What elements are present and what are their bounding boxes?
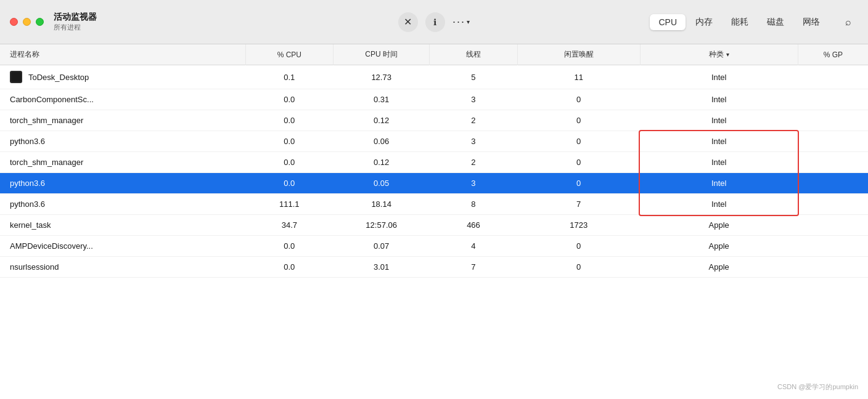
tab-memory[interactable]: 内存: [687, 14, 721, 31]
cell-process-name: python3.6: [0, 173, 245, 194]
titlebar: 活动监视器 所有进程 ✕ ℹ ··· ▾ CPU 内存 能耗 磁盘 网络 ⌕: [0, 0, 868, 44]
cell-gpu_pct: [798, 173, 868, 194]
cell-cpu_time: 12.73: [333, 65, 429, 89]
search-button[interactable]: ⌕: [838, 12, 858, 32]
cell-process-name: python3.6: [0, 194, 245, 215]
cell-idle_wake: 0: [517, 152, 640, 173]
search-icon: ⌕: [845, 17, 851, 28]
cell-cpu_time: 18.14: [333, 194, 429, 215]
cell-process-name: kernel_task: [0, 215, 245, 236]
cell-threads: 5: [430, 65, 517, 89]
col-header-idle[interactable]: 闲置唤醒: [517, 44, 640, 65]
process-name-text: python3.6: [10, 179, 45, 188]
cell-idle_wake: 0: [517, 89, 640, 110]
cell-threads: 2: [430, 110, 517, 131]
process-name-text: nsurlsessiond: [10, 262, 59, 272]
cell-kind: Intel: [640, 110, 798, 131]
table-row[interactable]: torch_shm_manager0.00.1220Intel: [0, 110, 868, 131]
app-subtitle: 所有进程: [54, 23, 97, 32]
cell-process-name: torch_shm_manager: [0, 152, 245, 173]
cell-gpu_pct: [798, 236, 868, 257]
cell-cpu_pct: 0.0: [245, 152, 333, 173]
cell-process-name: ToDesk_Desktop: [0, 65, 245, 89]
table-row[interactable]: CarbonComponentSc...0.00.3130Intel: [0, 89, 868, 110]
cell-gpu_pct: [798, 65, 868, 89]
table-header-row: 进程名称 % CPU CPU 时间 线程 闲置唤醒: [0, 44, 868, 65]
cell-idle_wake: 0: [517, 257, 640, 278]
cell-kind: Intel: [640, 194, 798, 215]
stop-process-button[interactable]: ✕: [398, 12, 418, 32]
info-button[interactable]: ℹ: [425, 12, 445, 32]
cell-threads: 3: [430, 131, 517, 152]
table-row[interactable]: python3.60.00.0630Intel: [0, 131, 868, 152]
col-header-gpu[interactable]: % GP: [798, 44, 868, 65]
cell-kind: Intel: [640, 173, 798, 194]
cell-cpu_pct: 0.1: [245, 65, 333, 89]
cell-gpu_pct: [798, 152, 868, 173]
table-row[interactable]: python3.60.00.0530Intel: [0, 173, 868, 194]
cell-idle_wake: 11: [517, 65, 640, 89]
table-row[interactable]: ToDesk_Desktop0.112.73511Intel: [0, 65, 868, 89]
titlebar-center-controls: ✕ ℹ ··· ▾: [398, 12, 470, 32]
maximize-button[interactable]: [36, 18, 44, 26]
app-title-block: 活动监视器 所有进程: [54, 12, 97, 32]
process-table: 进程名称 % CPU CPU 时间 线程 闲置唤醒: [0, 44, 868, 278]
cell-cpu_time: 3.01: [333, 257, 429, 278]
process-name-text: AMPDeviceDiscovery...: [10, 241, 93, 251]
cell-cpu_pct: 34.7: [245, 215, 333, 236]
cell-cpu_pct: 0.0: [245, 257, 333, 278]
cell-cpu_pct: 0.0: [245, 173, 333, 194]
cell-kind: Intel: [640, 152, 798, 173]
more-dropdown-button[interactable]: ··· ▾: [452, 15, 470, 28]
cell-threads: 2: [430, 152, 517, 173]
table-row[interactable]: python3.6111.118.1487Intel: [0, 194, 868, 215]
cell-threads: 3: [430, 173, 517, 194]
process-name-text: CarbonComponentSc...: [10, 95, 94, 104]
minimize-button[interactable]: [23, 18, 31, 26]
table-row[interactable]: kernel_task34.712:57.064661723Apple: [0, 215, 868, 236]
cell-cpu_pct: 0.0: [245, 89, 333, 110]
cell-threads: 4: [430, 236, 517, 257]
col-header-cpu[interactable]: % CPU: [245, 44, 333, 65]
process-name-text: ToDesk_Desktop: [28, 73, 89, 82]
info-icon: ℹ: [433, 17, 436, 27]
cell-idle_wake: 0: [517, 131, 640, 152]
col-header-name[interactable]: 进程名称: [0, 44, 245, 65]
cell-cpu_pct: 0.0: [245, 131, 333, 152]
cell-kind: Apple: [640, 215, 798, 236]
cell-threads: 8: [430, 194, 517, 215]
cell-cpu_time: 0.12: [333, 152, 429, 173]
cell-idle_wake: 7: [517, 194, 640, 215]
app-title: 活动监视器: [54, 12, 97, 23]
col-header-cputime[interactable]: CPU 时间: [333, 44, 429, 65]
cell-kind: Apple: [640, 257, 798, 278]
table-container: 进程名称 % CPU CPU 时间 线程 闲置唤醒: [0, 44, 868, 399]
tab-disk[interactable]: 磁盘: [758, 14, 793, 31]
col-header-kind[interactable]: 种类 ▾: [640, 44, 798, 65]
traffic-lights: [10, 18, 44, 26]
cell-gpu_pct: [798, 131, 868, 152]
table-body: ToDesk_Desktop0.112.73511IntelCarbonComp…: [0, 65, 868, 278]
cell-kind: Intel: [640, 131, 798, 152]
cell-cpu_pct: 0.0: [245, 110, 333, 131]
process-name-text: torch_shm_manager: [10, 116, 83, 125]
cell-cpu_time: 0.07: [333, 236, 429, 257]
cell-cpu_time: 0.06: [333, 131, 429, 152]
cell-cpu_time: 0.12: [333, 110, 429, 131]
cell-idle_wake: 1723: [517, 215, 640, 236]
cell-cpu_pct: 111.1: [245, 194, 333, 215]
tab-energy[interactable]: 能耗: [723, 14, 757, 31]
tab-cpu[interactable]: CPU: [650, 14, 686, 30]
table-row[interactable]: nsurlsessiond0.03.0170Apple: [0, 257, 868, 278]
table-wrapper: 进程名称 % CPU CPU 时间 线程 闲置唤醒: [0, 44, 868, 278]
table-row[interactable]: AMPDeviceDiscovery...0.00.0740Apple: [0, 236, 868, 257]
cell-gpu_pct: [798, 215, 868, 236]
cell-gpu_pct: [798, 257, 868, 278]
cell-process-name: nsurlsessiond: [0, 257, 245, 278]
close-button[interactable]: [10, 18, 18, 26]
table-row[interactable]: torch_shm_manager0.00.1220Intel: [0, 152, 868, 173]
more-icon: ···: [452, 15, 465, 28]
cell-cpu_time: 0.05: [333, 173, 429, 194]
col-header-threads[interactable]: 线程: [430, 44, 517, 65]
tab-network[interactable]: 网络: [794, 14, 829, 31]
